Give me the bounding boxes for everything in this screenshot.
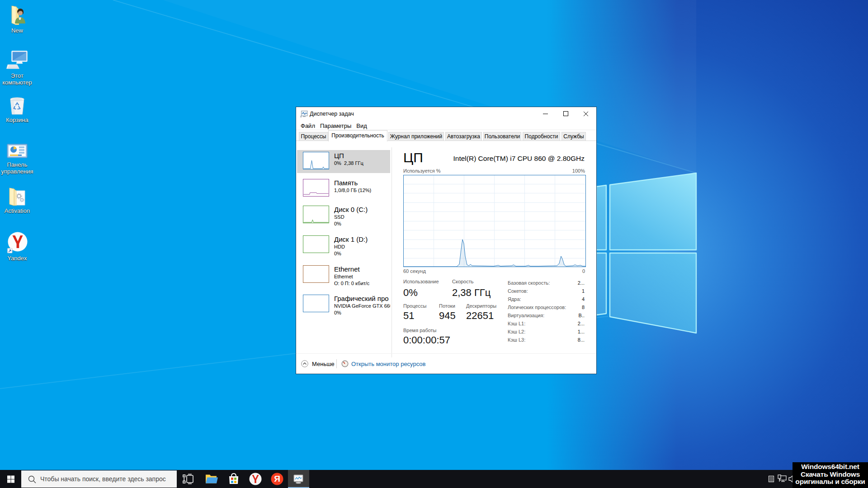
svg-text:Я: Я (274, 474, 280, 483)
